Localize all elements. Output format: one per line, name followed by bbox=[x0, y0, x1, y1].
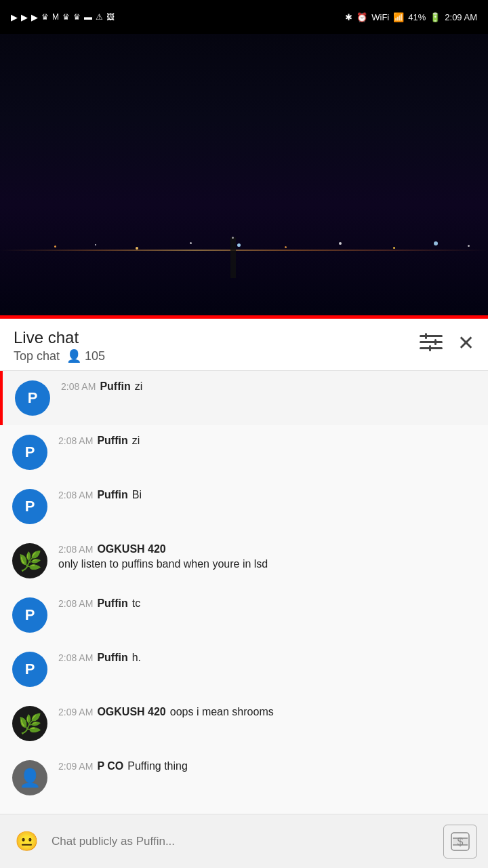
image-icon: 🖼 bbox=[106, 12, 115, 22]
message-author: Puffin bbox=[97, 652, 127, 664]
avatar: P bbox=[15, 380, 50, 416]
message-text: h. bbox=[132, 652, 141, 664]
message-content: 2:08 AM Puffin tc bbox=[58, 597, 476, 610]
message-content: 2:09 AM OGKUSH 420 oops i mean shrooms bbox=[58, 706, 476, 718]
battery-icon: 🔋 bbox=[430, 12, 441, 22]
chat-panel: Live chat Top chat 👤 105 bbox=[0, 319, 488, 859]
message-inline: 2:08 AM Puffin zi bbox=[61, 380, 476, 393]
viewer-count-number: 105 bbox=[85, 349, 105, 363]
chat-message: 👤 2:09 AM P CO Puffing thing bbox=[0, 751, 488, 805]
message-author: Puffin bbox=[97, 489, 127, 501]
emoji-button[interactable]: 😐 bbox=[11, 826, 42, 857]
message-inline: 2:09 AM OGKUSH 420 oops i mean shrooms bbox=[58, 706, 476, 718]
chat-message: P 2:08 AM Puffin tc bbox=[0, 588, 488, 642]
message-content: 2:08 AM Puffin h. bbox=[58, 652, 476, 664]
wifi-icon: WiFi bbox=[371, 12, 389, 22]
chat-message: 🌿 2:09 AM OGKUSH 420 oops i mean shrooms bbox=[0, 696, 488, 751]
bluetooth-icon: ✱ bbox=[345, 12, 352, 22]
chat-header: Live chat Top chat 👤 105 bbox=[0, 319, 488, 371]
avatar: P bbox=[12, 435, 47, 470]
crown-icon-3: ♛ bbox=[73, 12, 81, 22]
battery-percent: 41% bbox=[408, 12, 426, 22]
chat-message: P 2:08 AM Puffin h. bbox=[0, 642, 488, 696]
message-author: OGKUSH 420 bbox=[97, 543, 165, 555]
message-time: 2:08 AM bbox=[61, 381, 96, 392]
chat-header-left: Live chat Top chat 👤 105 bbox=[14, 328, 105, 363]
message-author: OGKUSH 420 bbox=[97, 706, 165, 718]
folder-icon: ▬ bbox=[84, 12, 92, 22]
chat-header-right: ✕ bbox=[420, 328, 474, 355]
avatar: P bbox=[12, 652, 47, 687]
avatar: 👤 bbox=[12, 760, 47, 795]
message-content: 2:08 AM Puffin zi bbox=[58, 435, 476, 447]
message-text: zi bbox=[132, 435, 140, 447]
avatar: 🌿 bbox=[12, 543, 47, 578]
message-content: 2:08 AM OGKUSH 420 only listen to puffin… bbox=[58, 543, 476, 572]
message-time: 2:08 AM bbox=[58, 435, 93, 446]
filter-button[interactable] bbox=[420, 332, 443, 354]
message-author: Puffin bbox=[97, 597, 127, 610]
message-meta: 2:08 AM OGKUSH 420 bbox=[58, 543, 476, 555]
message-text: Puffing thing bbox=[127, 760, 188, 772]
avatar: P bbox=[12, 489, 47, 524]
crown-icon-1: ♛ bbox=[41, 12, 49, 22]
message-time: 2:08 AM bbox=[58, 652, 93, 663]
svg-rect-0 bbox=[420, 335, 443, 337]
message-author: Puffin bbox=[100, 380, 130, 393]
svg-rect-4 bbox=[434, 339, 436, 345]
message-time: 2:09 AM bbox=[58, 707, 93, 717]
message-inline: 2:08 AM Puffin zi bbox=[58, 435, 476, 447]
message-inline: 2:08 AM Puffin tc bbox=[58, 597, 476, 610]
viewer-icon: 👤 bbox=[66, 349, 81, 363]
alarm-icon: ⏰ bbox=[357, 12, 367, 22]
message-inline: 2:09 AM P CO Puffing thing bbox=[58, 760, 476, 772]
status-bar: ▶ ▶ ▶ ♛ M ♛ ♛ ▬ ⚠ 🖼 ✱ ⏰ WiFi 📶 41% 🔋 2:0… bbox=[0, 0, 488, 34]
play-icon-3: ▶ bbox=[31, 12, 38, 22]
message-time: 2:08 AM bbox=[58, 490, 93, 500]
message-text: Bi bbox=[132, 489, 142, 501]
svg-rect-5 bbox=[429, 345, 431, 351]
play-icon-1: ▶ bbox=[11, 12, 18, 22]
time-display: 2:09 AM bbox=[445, 12, 477, 22]
superchat-button[interactable]: $ bbox=[443, 825, 477, 859]
avatar: 🌿 bbox=[12, 706, 47, 741]
chat-input[interactable] bbox=[52, 835, 434, 848]
message-text: only listen to puffins band when youre i… bbox=[58, 557, 476, 572]
message-author: P CO bbox=[97, 760, 123, 772]
play-icon-2: ▶ bbox=[21, 12, 28, 22]
status-icons-left: ▶ ▶ ▶ ♛ M ♛ ♛ ▬ ⚠ 🖼 bbox=[11, 12, 115, 22]
chat-message: 🌿 2:08 AM OGKUSH 420 only listen to puff… bbox=[0, 534, 488, 588]
crown-icon-2: ♛ bbox=[62, 12, 70, 22]
chat-input-bar: 😐 $ bbox=[0, 814, 488, 868]
message-text: zi bbox=[135, 380, 143, 393]
message-content: 2:08 AM Puffin Bi bbox=[58, 489, 476, 501]
warning-icon: ⚠ bbox=[96, 12, 103, 22]
message-time: 2:08 AM bbox=[58, 598, 93, 609]
avatar: P bbox=[12, 597, 47, 633]
chat-message: P 2:08 AM Puffin zi bbox=[0, 425, 488, 479]
live-chat-title: Live chat bbox=[14, 328, 105, 347]
svg-rect-3 bbox=[425, 333, 427, 339]
viewer-count: 👤 105 bbox=[66, 349, 105, 363]
message-content: 2:09 AM P CO Puffing thing bbox=[58, 760, 476, 772]
message-text: oops i mean shrooms bbox=[170, 706, 274, 718]
message-text: tc bbox=[132, 597, 140, 610]
svg-rect-8 bbox=[453, 838, 468, 845]
close-button[interactable]: ✕ bbox=[458, 331, 474, 355]
signal-icon: 📶 bbox=[393, 12, 404, 22]
video-player[interactable] bbox=[0, 34, 488, 319]
status-icons-right: ✱ ⏰ WiFi 📶 41% 🔋 2:09 AM bbox=[345, 12, 477, 22]
message-content: 2:08 AM Puffin zi bbox=[61, 380, 476, 393]
chat-sub-header: Top chat 👤 105 bbox=[14, 349, 105, 363]
message-inline: 2:08 AM Puffin h. bbox=[58, 652, 476, 664]
chat-message: P 2:08 AM Puffin zi bbox=[0, 371, 488, 425]
message-time: 2:09 AM bbox=[58, 761, 93, 772]
chat-message: P 2:08 AM Puffin Bi bbox=[0, 479, 488, 534]
chat-messages-list: P 2:08 AM Puffin zi P 2:08 AM Puffin zi bbox=[0, 371, 488, 859]
mastodon-icon: M bbox=[52, 12, 59, 22]
message-author: Puffin bbox=[97, 435, 127, 447]
svg-rect-1 bbox=[420, 341, 443, 343]
message-time: 2:08 AM bbox=[58, 544, 93, 555]
top-chat-label[interactable]: Top chat bbox=[14, 349, 60, 363]
message-inline: 2:08 AM Puffin Bi bbox=[58, 489, 476, 501]
